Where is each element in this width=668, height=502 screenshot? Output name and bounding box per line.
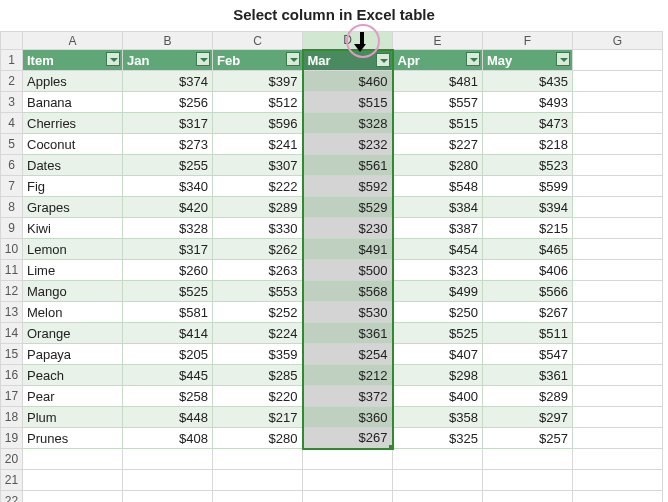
cell-item[interactable]: Peach [23, 365, 123, 386]
cell-empty[interactable] [573, 407, 663, 428]
cell-value[interactable]: $317 [123, 239, 213, 260]
filter-dropdown-icon[interactable] [556, 52, 570, 66]
cell-value[interactable]: $328 [123, 218, 213, 239]
table-header-mar[interactable]: Mar [303, 50, 393, 71]
spreadsheet-grid[interactable]: ABCDEFG1ItemJanFebMarAprMay2Apples$374$3… [0, 31, 663, 502]
row-header-3[interactable]: 3 [1, 92, 23, 113]
cell-value[interactable]: $280 [393, 155, 483, 176]
cell-value[interactable]: $230 [303, 218, 393, 239]
cell-value[interactable]: $500 [303, 260, 393, 281]
cell-empty[interactable] [393, 470, 483, 491]
cell-value[interactable]: $232 [303, 134, 393, 155]
cell-item[interactable]: Banana [23, 92, 123, 113]
cell-value[interactable]: $529 [303, 197, 393, 218]
table-header-item[interactable]: Item [23, 50, 123, 71]
cell-value[interactable]: $358 [393, 407, 483, 428]
cell-empty[interactable] [573, 428, 663, 449]
row-header-16[interactable]: 16 [1, 365, 23, 386]
row-header-9[interactable]: 9 [1, 218, 23, 239]
cell-empty[interactable] [573, 260, 663, 281]
cell-value[interactable]: $328 [303, 113, 393, 134]
row-header-21[interactable]: 21 [1, 470, 23, 491]
cell-value[interactable]: $581 [123, 302, 213, 323]
filter-dropdown-icon[interactable] [286, 52, 300, 66]
cell-value[interactable]: $491 [303, 239, 393, 260]
filter-dropdown-icon[interactable] [196, 52, 210, 66]
row-header-18[interactable]: 18 [1, 407, 23, 428]
cell-value[interactable]: $460 [303, 71, 393, 92]
cell-empty[interactable] [393, 449, 483, 470]
cell-value[interactable]: $218 [483, 134, 573, 155]
cell-value[interactable]: $512 [213, 92, 303, 113]
cell-value[interactable]: $224 [213, 323, 303, 344]
column-header-C[interactable]: C [213, 32, 303, 50]
cell-value[interactable]: $561 [303, 155, 393, 176]
cell-item[interactable]: Coconut [23, 134, 123, 155]
cell-value[interactable]: $289 [213, 197, 303, 218]
cell-value[interactable]: $420 [123, 197, 213, 218]
cell-value[interactable]: $267 [303, 428, 393, 449]
cell-value[interactable]: $435 [483, 71, 573, 92]
cell-item[interactable]: Grapes [23, 197, 123, 218]
row-header-13[interactable]: 13 [1, 302, 23, 323]
cell-empty[interactable] [213, 491, 303, 503]
filter-dropdown-icon[interactable] [376, 53, 390, 67]
column-header-A[interactable]: A [23, 32, 123, 50]
row-header-12[interactable]: 12 [1, 281, 23, 302]
cell-empty[interactable] [573, 92, 663, 113]
cell-empty[interactable] [573, 113, 663, 134]
cell-value[interactable]: $448 [123, 407, 213, 428]
cell-value[interactable]: $250 [393, 302, 483, 323]
row-header-4[interactable]: 4 [1, 113, 23, 134]
cell-item[interactable]: Orange [23, 323, 123, 344]
cell-value[interactable]: $361 [483, 365, 573, 386]
cell-value[interactable]: $340 [123, 176, 213, 197]
cell-value[interactable]: $407 [393, 344, 483, 365]
cell-value[interactable]: $215 [483, 218, 573, 239]
cell-empty[interactable] [483, 491, 573, 503]
cell-value[interactable]: $515 [303, 92, 393, 113]
cell-value[interactable]: $297 [483, 407, 573, 428]
cell-value[interactable]: $566 [483, 281, 573, 302]
filter-dropdown-icon[interactable] [466, 52, 480, 66]
cell-value[interactable]: $568 [303, 281, 393, 302]
cell-value[interactable]: $548 [393, 176, 483, 197]
cell-item[interactable]: Prunes [23, 428, 123, 449]
cell-value[interactable]: $256 [123, 92, 213, 113]
select-all-corner[interactable] [1, 32, 23, 50]
cell-empty[interactable] [573, 323, 663, 344]
cell-value[interactable]: $360 [303, 407, 393, 428]
cell-value[interactable]: $374 [123, 71, 213, 92]
cell-value[interactable]: $217 [213, 407, 303, 428]
cell-item[interactable]: Plum [23, 407, 123, 428]
cell-value[interactable]: $361 [303, 323, 393, 344]
row-header-20[interactable]: 20 [1, 449, 23, 470]
cell-value[interactable]: $414 [123, 323, 213, 344]
cell-value[interactable]: $473 [483, 113, 573, 134]
cell-empty[interactable] [123, 449, 213, 470]
row-header-22[interactable]: 22 [1, 491, 23, 503]
cell-empty[interactable] [573, 491, 663, 503]
cell-value[interactable]: $445 [123, 365, 213, 386]
cell-value[interactable]: $323 [393, 260, 483, 281]
cell-value[interactable]: $241 [213, 134, 303, 155]
cell-value[interactable]: $394 [483, 197, 573, 218]
cell-empty[interactable] [213, 449, 303, 470]
cell-value[interactable]: $285 [213, 365, 303, 386]
cell-value[interactable]: $499 [393, 281, 483, 302]
cell-empty[interactable] [573, 281, 663, 302]
cell-empty[interactable] [573, 218, 663, 239]
row-header-6[interactable]: 6 [1, 155, 23, 176]
row-header-10[interactable]: 10 [1, 239, 23, 260]
cell-empty[interactable] [573, 134, 663, 155]
cell-value[interactable]: $397 [213, 71, 303, 92]
cell-empty[interactable] [23, 470, 123, 491]
row-header-19[interactable]: 19 [1, 428, 23, 449]
table-header-may[interactable]: May [483, 50, 573, 71]
cell-value[interactable]: $408 [123, 428, 213, 449]
cell-item[interactable]: Apples [23, 71, 123, 92]
cell-value[interactable]: $387 [393, 218, 483, 239]
cell-item[interactable]: Cherries [23, 113, 123, 134]
table-header-apr[interactable]: Apr [393, 50, 483, 71]
cell-item[interactable]: Pear [23, 386, 123, 407]
